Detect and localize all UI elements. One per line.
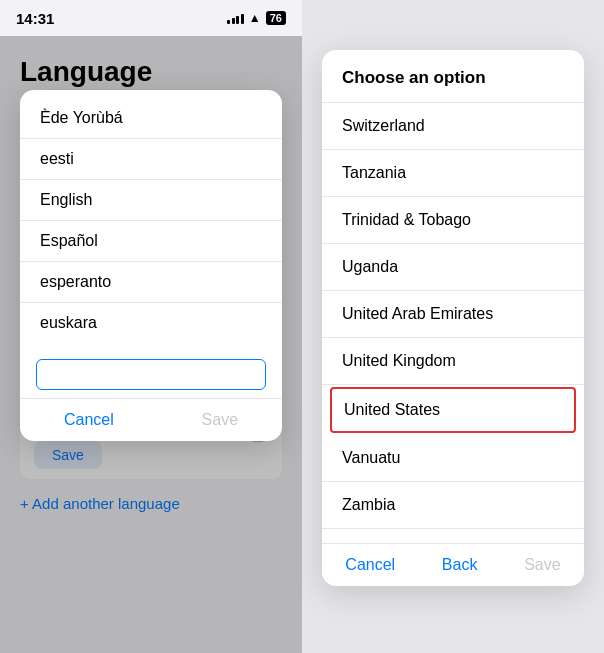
picker-back-button[interactable]: Back xyxy=(426,556,494,574)
picker-item-trinidad[interactable]: Trinidad & Tobago xyxy=(322,197,584,244)
picker-item-vanuatu[interactable]: Vanuatu xyxy=(322,435,584,482)
picker-item-zambia[interactable]: Zambia xyxy=(322,482,584,529)
dialog-input-row xyxy=(20,351,282,399)
dialog-item-esperanto[interactable]: esperanto xyxy=(20,262,282,303)
language-dialog: Ède Yorùbá eesti English Español esperan… xyxy=(20,90,282,441)
dialog-save-button[interactable]: Save xyxy=(178,411,262,429)
wifi-icon: ▲ xyxy=(249,11,261,25)
picker-header: Choose an option xyxy=(322,50,584,103)
dialog-item-espanol[interactable]: Español xyxy=(20,221,282,262)
picker-item-switzerland[interactable]: Switzerland xyxy=(322,103,584,150)
picker-item-zimbabwe[interactable]: Zimbabwe xyxy=(322,529,584,543)
dialog-actions: Cancel Save xyxy=(20,399,282,441)
dialog-list: Ède Yorùbá eesti English Español esperan… xyxy=(20,90,282,351)
dialog-cancel-button[interactable]: Cancel xyxy=(40,411,138,429)
battery-icon: 76 xyxy=(266,11,286,25)
dialog-item-english[interactable]: English xyxy=(20,180,282,221)
left-status-bar: 14:31 ▲ 76 xyxy=(0,0,302,36)
right-panel: 14:31 ▲ 76 La Your pref other la Lear Ch… xyxy=(302,0,604,653)
country-picker: Choose an option Switzerland Tanzania Tr… xyxy=(322,50,584,586)
picker-item-uk[interactable]: United Kingdom xyxy=(322,338,584,385)
picker-item-uae[interactable]: United Arab Emirates xyxy=(322,291,584,338)
left-status-time: 14:31 xyxy=(16,10,54,27)
picker-cancel-button[interactable]: Cancel xyxy=(329,556,411,574)
picker-item-tanzania[interactable]: Tanzania xyxy=(322,150,584,197)
left-panel: 14:31 ▲ 76 Language Your preferred langu… xyxy=(0,0,302,653)
left-status-icons: ▲ 76 xyxy=(227,11,286,25)
picker-actions: Cancel Back Save xyxy=(322,543,584,586)
picker-item-uganda[interactable]: Uganda xyxy=(322,244,584,291)
dialog-search-input[interactable] xyxy=(36,359,266,390)
dialog-item-yoruba[interactable]: Ède Yorùbá xyxy=(20,98,282,139)
picker-list: Switzerland Tanzania Trinidad & Tobago U… xyxy=(322,103,584,543)
signal-icon xyxy=(227,12,244,24)
dialog-item-eesti[interactable]: eesti xyxy=(20,139,282,180)
dialog-item-euskara[interactable]: euskara xyxy=(20,303,282,343)
picker-save-button[interactable]: Save xyxy=(508,556,576,574)
picker-item-us[interactable]: United States xyxy=(330,387,576,433)
